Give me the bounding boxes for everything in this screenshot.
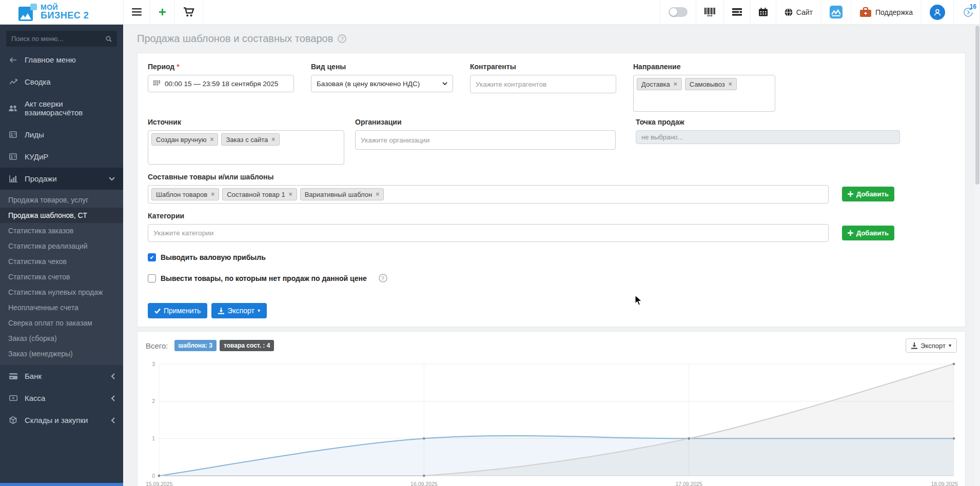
svg-text:18.09.2025: 18.09.2025 [931, 481, 958, 486]
direction-label: Направление [633, 63, 775, 71]
filters-export-button[interactable]: Экспорт ▾ [211, 303, 267, 318]
svg-text:0: 0 [152, 473, 155, 479]
sidebar-item[interactable]: Акт сверки взаиморасчётов [0, 93, 123, 124]
no-sales-help-icon[interactable]: ? [379, 274, 387, 282]
menu-search[interactable] [6, 31, 117, 47]
chevron-left-icon [111, 417, 115, 423]
no-sales-checkbox[interactable] [148, 274, 156, 282]
sidebar-item-label: Банк [25, 372, 42, 380]
tag-remove-icon[interactable]: × [210, 136, 213, 143]
sidebar-item[interactable]: Главное меню [0, 49, 123, 71]
cart-button[interactable] [174, 0, 203, 24]
users-icon [8, 105, 18, 112]
chart-export-button[interactable]: Экспорт ▾ [906, 338, 957, 353]
price-type-select[interactable]: Базовая (в цену включено НДС) [311, 75, 453, 92]
tag-remove-icon[interactable]: × [211, 191, 214, 198]
theme-toggle[interactable] [660, 0, 696, 24]
hamburger-menu-button[interactable] [123, 0, 150, 24]
cart-icon [183, 7, 194, 17]
sidebar-item-label: Главное меню [25, 55, 76, 64]
tag-remove-icon[interactable]: × [376, 191, 379, 198]
sidebar-subitem[interactable]: Заказ (сборка) [0, 331, 123, 346]
period-value: 00:00 15 — 23:59 18 сентября 2025 [165, 80, 278, 88]
sidebar-subitem[interactable]: Статистика заказов [0, 223, 123, 238]
plus-icon [848, 191, 853, 197]
topbar-right-actions: Сайт Поддержка 16 [660, 0, 980, 24]
categories-add-button[interactable]: Добавить [842, 226, 894, 240]
sidebar-item-label: Продажи [25, 174, 57, 183]
sidebar-item[interactable]: Банк [0, 365, 123, 387]
create-new-button[interactable] [150, 0, 174, 24]
tag-remove-icon[interactable]: × [729, 80, 732, 88]
sidebar-subitem[interactable]: Продажа товаров, услуг [0, 192, 123, 208]
composite-add-button[interactable]: Добавить [842, 187, 894, 201]
tag-remove-icon[interactable]: × [271, 136, 275, 143]
categories-input[interactable] [148, 224, 829, 242]
filter-tag: Заказ с сайта× [221, 133, 280, 146]
app-shortcut-button[interactable] [821, 0, 851, 24]
period-field[interactable]: 00:00 15 — 23:59 18 сентября 2025 [148, 75, 294, 92]
user-avatar [930, 5, 945, 20]
sidebar-subitem[interactable]: Продажа шаблонов, СТ [0, 208, 123, 223]
source-label: Источник [148, 118, 344, 126]
total-badge: товара сост. : 4 [220, 340, 274, 351]
sidebar-subitem[interactable]: Статистика реализаций [0, 238, 123, 254]
user-menu-button[interactable] [921, 0, 953, 24]
page-scrollbar[interactable] [975, 25, 980, 486]
sidebar-item[interactable]: КУДиР [0, 146, 123, 168]
sidebar-subitem[interactable]: Сверка оплат по заказам [0, 315, 123, 331]
menu-search-input[interactable] [11, 35, 102, 43]
tag-remove-icon[interactable]: × [674, 80, 677, 88]
search-icon [106, 35, 112, 43]
sales-point-value: не выбрано... [641, 133, 683, 141]
direction-tagbox[interactable]: Доставка×Самовывоз× [633, 75, 775, 112]
sidebar-bottom-accent [0, 483, 123, 486]
chevron-down-icon [109, 177, 115, 181]
sidebar-subitem[interactable]: Статистика чеков [0, 254, 123, 269]
first-aid-kit-icon [859, 7, 872, 17]
sidebar-item[interactable]: Сводка [0, 71, 123, 93]
topbar: МОЙ БИЗНЕС 2 Сайт [0, 0, 980, 25]
logo-mountain-icon [18, 4, 37, 21]
scrollbar-thumb[interactable] [975, 26, 979, 185]
gross-profit-checkbox[interactable]: ✔ [148, 253, 156, 261]
barcode-button[interactable] [696, 0, 723, 24]
tag-remove-icon[interactable]: × [289, 191, 292, 198]
organizations-input[interactable] [355, 130, 616, 150]
composite-tagbox[interactable]: Шаблон товаров×Составной товар 1×Вариати… [148, 185, 829, 204]
counterparties-input[interactable] [470, 75, 616, 93]
page-title: Продажа шаблонов и составных товаров [137, 33, 333, 45]
arrow-left-icon [8, 56, 18, 64]
support-button[interactable]: Поддержка [851, 0, 921, 24]
calendar-button[interactable] [750, 0, 776, 24]
sidebar-item[interactable]: Продажи [0, 168, 123, 190]
main-content: Продажа шаблонов и составных товаров ? П… [123, 25, 980, 486]
sidebar-subitem[interactable]: Заказ (менеджеры) [0, 346, 123, 361]
app-blue-icon [830, 6, 842, 18]
apply-button[interactable]: Применить [148, 303, 207, 318]
queue-list-button[interactable] [723, 0, 750, 24]
updates-count-badge: 16 [970, 3, 976, 10]
site-button[interactable]: Сайт [776, 0, 821, 24]
svg-text:2: 2 [152, 398, 155, 404]
filter-tag: Составной товар 1× [222, 188, 297, 200]
filter-tag: Создан вручную× [151, 133, 218, 146]
sidebar-item[interactable]: Склады и закупки [0, 409, 123, 431]
sidebar-item[interactable]: 1Касса [0, 387, 123, 409]
sidebar-submenu: Продажа товаров, услугПродажа шаблонов, … [0, 190, 123, 365]
source-tagbox[interactable]: Создан вручную×Заказ с сайта× [148, 130, 344, 165]
plus-icon [159, 8, 166, 16]
sidebar-item-label: Сводка [25, 77, 51, 86]
sidebar-subitem[interactable]: Статистика нулевых продаж [0, 285, 123, 300]
toggle-switch-icon[interactable] [669, 7, 688, 17]
sidebar-item[interactable]: Лиды [0, 124, 123, 146]
sales-line-chart[interactable]: 012315.09.202516.09.202517.09.202518.09.… [146, 359, 958, 486]
price-type-value: Базовая (в цену включено НДС) [317, 80, 420, 88]
app-logo[interactable]: МОЙ БИЗНЕС 2 [0, 0, 123, 24]
page-help-icon[interactable]: ? [338, 34, 346, 43]
updates-button[interactable]: 16 [953, 0, 980, 24]
sidebar-subitem[interactable]: Неоплаченные счета [0, 300, 123, 315]
calendar-icon [759, 8, 768, 16]
sidebar-subitem[interactable]: Статистика счетов [0, 269, 123, 285]
sidebar-item-label: Акт сверки взаиморасчётов [25, 99, 115, 117]
